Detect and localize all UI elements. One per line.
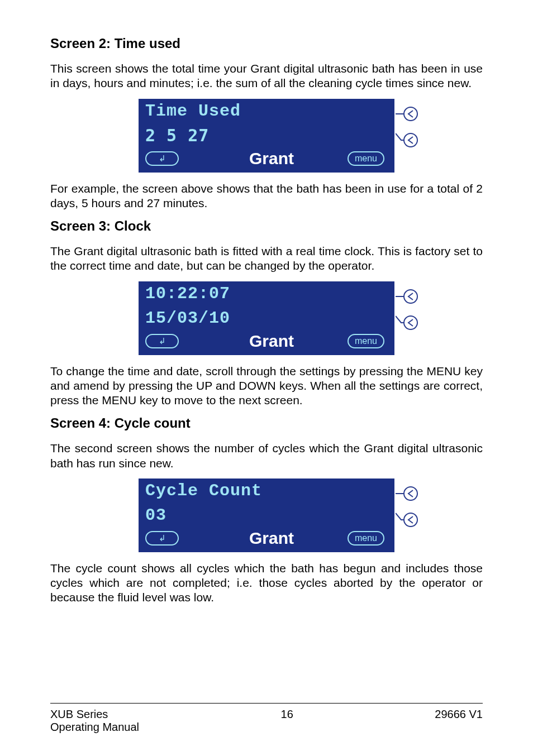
brand-label: Grant — [196, 529, 348, 548]
enter-button[interactable]: ↲ — [145, 334, 179, 348]
heading-screen-4: Screen 4: Cycle count — [50, 415, 483, 431]
svg-point-8 — [404, 513, 417, 527]
enter-button[interactable]: ↲ — [145, 531, 179, 546]
svg-point-7 — [404, 487, 417, 500]
paragraph: The second screen shows the number of cy… — [50, 441, 483, 471]
device-screen-cycle-count: Cycle Count 03 ↲ Grant menu — [50, 479, 483, 552]
side-arrow-panel — [394, 281, 420, 355]
lcd-panel: Time Used 2 5 27 ↲ Grant menu — [139, 99, 394, 173]
side-arrow-panel — [394, 479, 420, 552]
brand-label: Grant — [196, 149, 348, 168]
page-footer: XUB Series Operating Manual 16 29666 V1 — [50, 703, 483, 734]
down-button[interactable] — [396, 315, 419, 331]
svg-point-1 — [404, 107, 417, 121]
document-page: Screen 2: Time used This screen shows th… — [0, 0, 533, 756]
paragraph: The Grant digital ultrasonic bath is fit… — [50, 244, 483, 274]
lcd-line: 15/03/10 — [139, 306, 394, 331]
brand-label: Grant — [196, 332, 348, 351]
heading-screen-2: Screen 2: Time used — [50, 36, 483, 51]
lcd-line: Cycle Count — [139, 479, 394, 503]
device-screen-clock: 10:22:07 15/03/10 ↲ Grant menu — [50, 281, 483, 355]
svg-point-4 — [404, 290, 417, 303]
footer-page-number: 16 — [139, 708, 435, 734]
footer-left: XUB Series Operating Manual — [50, 708, 139, 734]
paragraph: This screen shows the total time your Gr… — [50, 61, 483, 91]
device-screen-time-used: Time Used 2 5 27 ↲ Grant menu — [50, 99, 483, 173]
side-arrow-panel — [394, 99, 420, 173]
heading-screen-3: Screen 3: Clock — [50, 218, 483, 234]
svg-point-5 — [404, 316, 417, 329]
up-button[interactable] — [396, 289, 419, 304]
svg-point-2 — [404, 133, 417, 147]
lcd-line: 10:22:07 — [139, 281, 394, 306]
footer-docid: 29666 V1 — [435, 708, 483, 734]
up-button[interactable] — [396, 486, 419, 501]
menu-button[interactable]: menu — [348, 334, 384, 348]
footer-subtitle: Operating Manual — [50, 721, 139, 734]
menu-button[interactable]: menu — [348, 531, 384, 546]
lcd-panel: Cycle Count 03 ↲ Grant menu — [139, 479, 394, 552]
down-button[interactable] — [396, 512, 419, 528]
enter-button[interactable]: ↲ — [145, 151, 179, 166]
lcd-button-row: ↲ Grant menu — [139, 148, 394, 171]
up-button[interactable] — [396, 106, 419, 122]
menu-button[interactable]: menu — [348, 151, 384, 166]
lcd-button-row: ↲ Grant menu — [139, 331, 394, 354]
paragraph: The cycle count shows all cycles which t… — [50, 561, 483, 605]
down-button[interactable] — [396, 132, 419, 148]
footer-series: XUB Series — [50, 708, 139, 721]
paragraph: For example, the screen above shows that… — [50, 181, 483, 211]
lcd-line: Time Used — [139, 99, 394, 123]
lcd-line: 03 — [139, 503, 394, 528]
lcd-line: 2 5 27 — [139, 123, 394, 148]
lcd-panel: 10:22:07 15/03/10 ↲ Grant menu — [139, 281, 394, 355]
lcd-button-row: ↲ Grant menu — [139, 528, 394, 551]
paragraph: To change the time and date, scroll thro… — [50, 364, 483, 408]
